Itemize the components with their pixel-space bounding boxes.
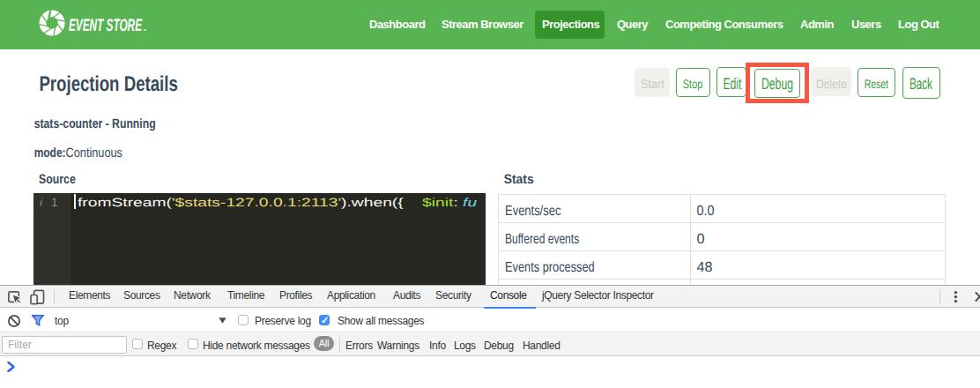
svg-text:mode:: mode: bbox=[34, 146, 66, 160]
svg-text:Start: Start bbox=[641, 77, 664, 91]
svg-text:stats-counter - Running: stats-counter - Running bbox=[34, 116, 156, 131]
svg-text:Edit: Edit bbox=[723, 75, 741, 93]
svg-text:Source: Source bbox=[39, 172, 76, 187]
svg-text:EVENT STORE: EVENT STORE bbox=[69, 16, 143, 35]
svg-text:48: 48 bbox=[697, 260, 713, 275]
svg-text:Stats: Stats bbox=[504, 172, 534, 187]
svg-text:0: 0 bbox=[697, 232, 705, 247]
svg-text:Debug: Debug bbox=[761, 75, 793, 93]
svg-text:Delete: Delete bbox=[816, 77, 847, 91]
svg-text:Projection Details: Projection Details bbox=[39, 72, 177, 96]
svg-text:Stop: Stop bbox=[683, 77, 703, 91]
svg-text:Back: Back bbox=[909, 75, 933, 93]
svg-text:Continuous: Continuous bbox=[66, 146, 123, 160]
svg-text:Events processed: Events processed bbox=[505, 260, 595, 275]
svg-text:0.0: 0.0 bbox=[697, 204, 715, 219]
svg-text:Events/sec: Events/sec bbox=[505, 204, 561, 219]
svg-text:Buffered events: Buffered events bbox=[505, 232, 579, 247]
svg-text:Reset: Reset bbox=[865, 77, 888, 91]
